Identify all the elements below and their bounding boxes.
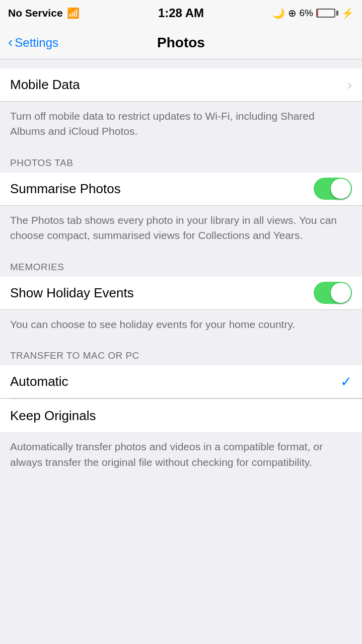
mobile-data-chevron-icon: › — [347, 77, 352, 93]
summarise-photos-description: The Photos tab shows every photo in your… — [0, 206, 362, 253]
summarise-photos-toggle[interactable] — [314, 178, 352, 200]
section-gap-top — [0, 59, 362, 68]
status-right: 🌙 ⊕ 6% ⚡ — [272, 7, 354, 19]
holiday-toggle-knob — [331, 283, 351, 303]
summarise-photos-label: Summarise Photos — [10, 181, 121, 197]
status-time: 1:28 AM — [158, 6, 204, 20]
show-holiday-events-toggle[interactable] — [314, 282, 352, 304]
show-holiday-events-description: You can choose to see holiday events for… — [0, 310, 362, 341]
back-button[interactable]: ‹ Settings — [8, 36, 58, 50]
moon-icon: 🌙 — [272, 7, 285, 19]
status-bar: No Service 📶 1:28 AM 🌙 ⊕ 6% ⚡ — [0, 0, 362, 26]
mobile-data-label: Mobile Data — [10, 77, 80, 93]
keep-originals-label: Keep Originals — [10, 408, 96, 424]
keep-originals-row[interactable]: Keep Originals — [0, 399, 362, 432]
photos-tab-header: PHOTOS TAB — [0, 148, 362, 173]
location-icon: ⊕ — [288, 7, 297, 19]
battery-icon — [316, 9, 338, 18]
transfer-description: Automatically transfer photos and videos… — [0, 432, 362, 479]
back-chevron-icon: ‹ — [8, 35, 13, 49]
wifi-icon: 📶 — [67, 7, 80, 19]
charging-icon: ⚡ — [341, 7, 354, 19]
automatic-row[interactable]: Automatic ✓ — [0, 365, 362, 398]
mobile-data-row[interactable]: Mobile Data › — [0, 68, 362, 102]
automatic-label: Automatic — [10, 374, 68, 389]
status-left: No Service 📶 — [8, 7, 80, 19]
transfer-header: TRANSFER TO MAC OR PC — [0, 341, 362, 365]
toggle-knob — [331, 179, 351, 199]
summarise-photos-row[interactable]: Summarise Photos — [0, 173, 362, 206]
back-label: Settings — [15, 36, 58, 50]
nav-bar: ‹ Settings Photos — [0, 26, 362, 59]
battery-percent: 6% — [300, 8, 313, 19]
show-holiday-events-row[interactable]: Show Holiday Events — [0, 277, 362, 310]
content: Mobile Data › Turn off mobile data to re… — [0, 59, 362, 479]
automatic-checkmark-icon: ✓ — [340, 373, 352, 390]
page-title: Photos — [157, 35, 205, 51]
show-holiday-events-label: Show Holiday Events — [10, 285, 134, 301]
mobile-data-description: Turn off mobile data to restrict updates… — [0, 102, 362, 148]
carrier-label: No Service — [8, 7, 63, 19]
memories-header: MEMORIES — [0, 253, 362, 277]
